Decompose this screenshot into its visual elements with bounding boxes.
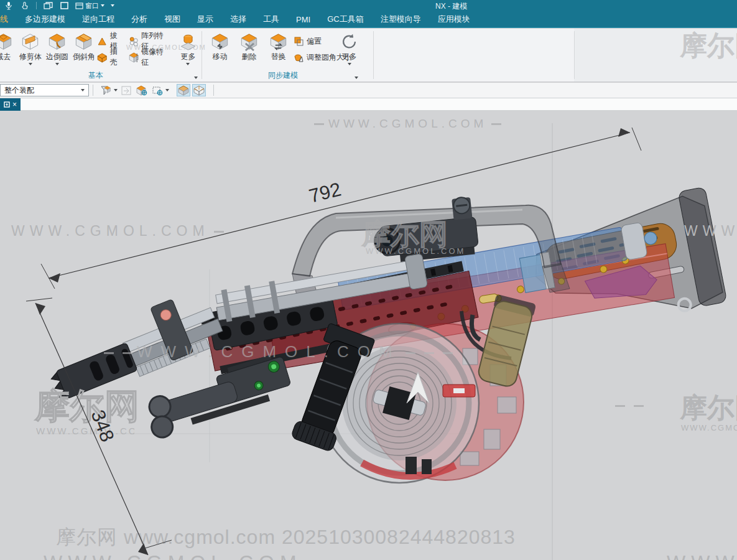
ribbon: WWW.CGMOL.COM 摩尔网 减去 修剪体 边倒圆 倒斜角 [0,29,737,82]
add-to-selection-icon[interactable] [135,84,149,96]
watermark: 摩尔网 [680,390,737,426]
tab-display[interactable]: 显示 [197,14,213,25]
watermark: WWW.CGMOL.COM [310,117,506,131]
watermark: WWW.CGMOL.COM [11,223,228,240]
previous-selection-icon[interactable] [119,84,133,96]
selection-bar: 整个装配 [0,83,737,98]
toolbar-separator [213,85,214,96]
nx-application-window: 窗口 NX - 建模 线 多边形建模 逆向工程 分析 视图 显示 选择 工具 P… [0,0,737,560]
selection-scope-select[interactable]: 整个装配 [0,84,89,96]
wireframe-display-toggle-icon[interactable] [192,84,206,96]
watermark: WWW.CGMOL.COM [684,223,737,240]
basic-more-button[interactable]: 更多 [175,31,202,65]
chevron-down-icon [186,63,190,65]
edge-blend-button[interactable]: 边倒圆 [44,31,70,65]
trim-body-button[interactable]: 修剪体 [17,31,44,65]
ribbon-options-caret-icon[interactable] [111,4,114,7]
shaded-display-toggle-icon[interactable] [177,84,190,96]
tab-tools[interactable]: 工具 [263,14,279,25]
chevron-down-icon [55,63,59,65]
tab-select[interactable]: 选择 [230,14,246,25]
shell-button[interactable]: 抽壳 [97,51,123,63]
watermark: 摩尔网 [680,29,737,60]
chamfer-button[interactable]: 倒斜角 [70,31,97,62]
watermark [611,398,648,413]
selection-filter-icon[interactable] [99,84,113,96]
tab-reverse-engineering[interactable]: 逆向工程 [82,14,114,25]
subtract-button[interactable]: 减去 [0,31,17,62]
close-icon[interactable]: × [12,100,17,109]
graphics-viewport[interactable]: WWW.CGMOL.COM WWW.CGMOL.COM WWW.CGMOL.CO… [0,111,737,560]
window-menu-label: 窗口 [85,1,99,11]
quick-access-toolbar: 窗口 [0,1,114,11]
draft-button[interactable]: 拔模 [97,35,123,47]
chevron-down-icon[interactable] [165,89,169,91]
microphone-icon[interactable] [4,1,14,10]
selection-scope-value: 整个装配 [4,85,34,96]
tab-curve[interactable]: 线 [0,14,8,25]
part-tab-strip: × [0,98,737,111]
pattern-feature-button[interactable]: 阵列特征 [129,35,169,47]
tab-polygon-modeling[interactable]: 多边形建模 [25,14,65,25]
touch-mode-icon[interactable] [20,1,30,10]
chevron-down-icon [81,89,85,91]
group-dialog-launcher-icon[interactable] [355,77,358,79]
watermark: WWW.CGMOL.COM [44,551,358,560]
chevron-down-icon [101,4,104,7]
ribbon-separator [373,31,374,79]
chevron-down-icon[interactable] [114,89,118,91]
tab-view[interactable]: 视图 [164,14,180,25]
group-label-synchronous: 同步建模 [205,70,361,81]
chevron-down-icon [29,63,32,65]
tab-application-module[interactable]: 应用模块 [438,14,470,25]
chevron-down-icon [348,63,351,65]
ribbon-group-basic: 减去 修剪体 边倒圆 倒斜角 拔模 [0,29,202,82]
watermark-id-line: 摩尔网 www.cgmol.com 20251030082444820813 [56,524,516,551]
group-label-basic: 基本 [0,70,202,81]
tab-pmi[interactable]: PMI [296,15,310,24]
ribbon-separator [202,31,202,79]
region-select-icon[interactable] [151,84,164,96]
tab-analysis[interactable]: 分析 [131,14,147,25]
toolbar-separator [36,2,37,9]
watermark: WWW.CGMOL.COM [100,342,457,362]
replace-face-button[interactable]: 替换 [264,31,293,62]
part-icon [4,101,10,108]
window-menu[interactable]: 窗口 [75,1,104,11]
watermark: WWW.CGMOL.COM [681,423,737,432]
watermark: WWW.CGMOL.COM [366,246,465,256]
cascade-windows-icon[interactable] [43,1,53,10]
title-bar: 窗口 NX - 建模 [0,0,737,11]
watermark: 摩尔网 [35,383,139,431]
synchronous-more-button[interactable]: 更多 [335,31,364,65]
group-dialog-launcher-icon[interactable] [194,77,198,79]
assembly-model-rifle[interactable] [0,111,737,560]
maximize-window-icon[interactable] [59,1,69,10]
window-title: NX - 建模 [435,1,467,12]
move-face-button[interactable]: 移动 [205,31,234,62]
part-tab[interactable]: × [0,98,21,111]
tab-gc-toolbox[interactable]: GC工具箱 [327,14,364,25]
ribbon-tab-bar: 线 多边形建模 逆向工程 分析 视图 显示 选择 工具 PMI GC工具箱 注塑… [0,11,737,28]
tab-mold-wizard[interactable]: 注塑模向导 [381,14,421,25]
toolbar-separator [93,85,93,96]
ribbon-separator [574,31,575,79]
delete-face-button[interactable]: 删除 [234,31,264,62]
watermark: WWW.CGMOL.COM [667,551,737,560]
watermark: WWW.CGMOL.COM [36,426,134,436]
mirror-feature-button[interactable]: 镜像特征 [129,51,169,63]
